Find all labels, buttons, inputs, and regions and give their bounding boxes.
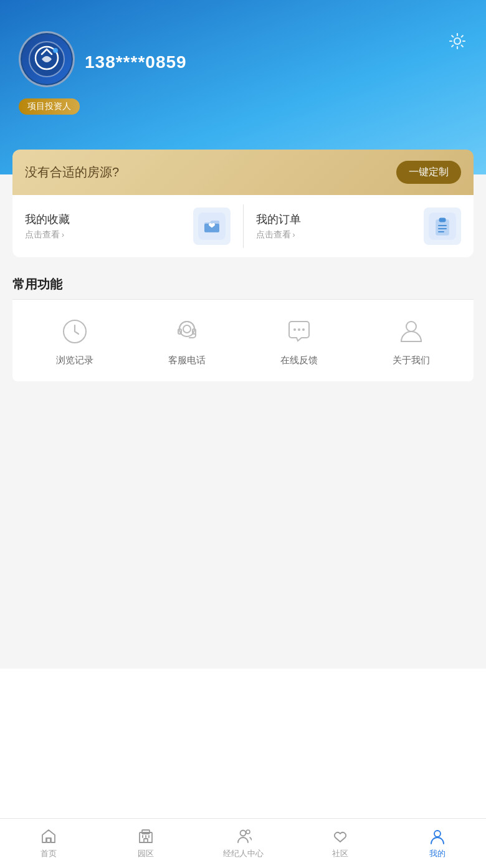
features-title: 常用功能 <box>12 277 62 291</box>
user-badge: 项目投资人 <box>19 98 80 115</box>
banner-card: 没有合适的房源? 一键定制 <box>12 150 474 195</box>
community-icon <box>331 827 349 845</box>
avatar <box>19 31 75 87</box>
header-section: 138****0859 项目投资人 <box>0 0 486 174</box>
my-orders-item[interactable]: 我的订单 点击查看 › <box>244 195 474 257</box>
chat-icon <box>282 315 316 348</box>
headset-icon <box>170 315 204 348</box>
nav-agents[interactable]: 经纪人中心 <box>194 819 292 868</box>
nav-home[interactable]: 首页 <box>0 819 97 868</box>
collections-sub: 点击查看 › <box>25 229 70 241</box>
svg-point-12 <box>183 325 191 333</box>
customer-service-label: 客服电话 <box>168 355 206 366</box>
home-icon <box>40 827 57 845</box>
svg-point-17 <box>302 328 305 331</box>
svg-point-30 <box>434 831 441 837</box>
person-icon <box>394 315 428 348</box>
my-collections-item[interactable]: 我的收藏 点击查看 › <box>12 195 243 257</box>
func-online-feedback[interactable]: 在线反馈 <box>274 315 324 366</box>
quick-actions-card: 我的收藏 点击查看 › 我的订单 <box>12 195 474 257</box>
orders-sub: 点击查看 › <box>256 229 301 241</box>
func-about-us[interactable]: 关于我们 <box>386 315 436 366</box>
nav-park-label: 园区 <box>138 848 154 859</box>
svg-rect-20 <box>47 838 50 842</box>
func-customer-service[interactable]: 客服电话 <box>162 315 212 366</box>
svg-rect-22 <box>142 830 150 834</box>
bottom-nav: 首页 园区 经纪人中心 <box>0 818 486 868</box>
content-spacer <box>0 381 486 669</box>
nav-mine[interactable]: 我的 <box>389 819 486 868</box>
about-us-label: 关于我们 <box>393 355 430 366</box>
svg-rect-26 <box>144 839 148 842</box>
customize-button[interactable]: 一键定制 <box>396 161 461 184</box>
svg-point-16 <box>298 328 300 331</box>
orders-title: 我的订单 <box>256 212 301 227</box>
svg-point-29 <box>246 830 250 834</box>
function-grid: 浏览记录 客服电话 在线反馈 <box>12 300 474 381</box>
orders-icon <box>424 207 461 245</box>
cards-area: 没有合适的房源? 一键定制 我的收藏 点击查看 › <box>12 150 474 257</box>
svg-point-1 <box>53 48 58 53</box>
banner-text: 没有合适的房源? <box>25 164 119 181</box>
nav-mine-label: 我的 <box>429 848 446 859</box>
online-feedback-label: 在线反馈 <box>280 355 318 366</box>
mine-icon <box>429 827 446 845</box>
nav-community-label: 社区 <box>332 848 348 859</box>
svg-point-28 <box>241 831 246 836</box>
collections-title: 我的收藏 <box>25 212 70 227</box>
nav-agents-label: 经纪人中心 <box>223 848 264 859</box>
svg-point-18 <box>406 322 416 331</box>
nav-community[interactable]: 社区 <box>292 819 389 868</box>
building-icon <box>137 827 155 845</box>
features-section: 常用功能 <box>0 257 486 299</box>
svg-point-2 <box>454 38 460 44</box>
browse-history-label: 浏览记录 <box>56 355 93 366</box>
username: 138****0859 <box>85 52 187 72</box>
agents-icon <box>234 827 252 845</box>
svg-point-15 <box>293 328 296 331</box>
nav-park[interactable]: 园区 <box>97 819 194 868</box>
bottom-panel <box>0 669 486 818</box>
collections-icon <box>193 207 231 245</box>
settings-icon[interactable] <box>447 31 467 55</box>
nav-home-label: 首页 <box>40 848 57 859</box>
svg-rect-5 <box>436 220 449 235</box>
profile-left: 138****0859 项目投资人 <box>19 31 187 115</box>
func-browse-history[interactable]: 浏览记录 <box>50 315 100 366</box>
svg-rect-6 <box>439 218 446 222</box>
clock-icon <box>58 315 92 348</box>
